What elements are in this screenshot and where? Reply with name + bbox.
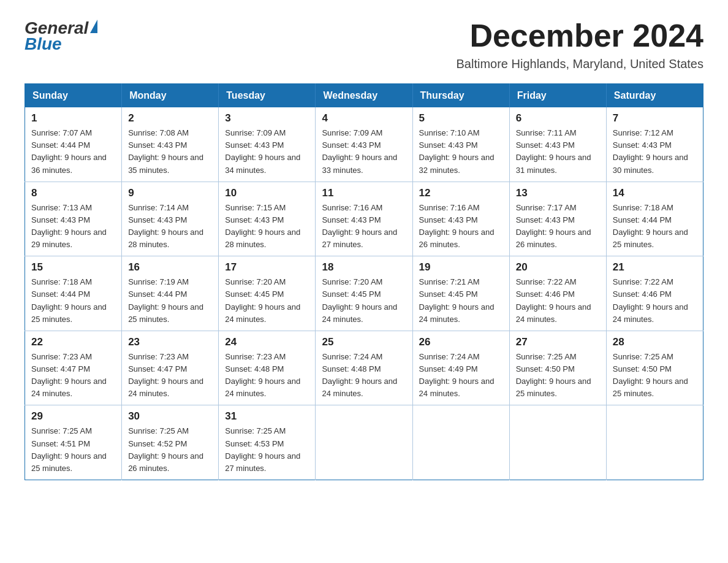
logo: General Blue xyxy=(25,18,97,54)
day-info: Sunrise: 7:25 AMSunset: 4:53 PMDaylight:… xyxy=(225,425,309,475)
day-number: 5 xyxy=(419,112,503,124)
col-tuesday: Tuesday xyxy=(219,84,316,108)
day-info: Sunrise: 7:14 AMSunset: 4:43 PMDaylight:… xyxy=(128,202,212,251)
day-number: 30 xyxy=(128,410,212,423)
day-number: 29 xyxy=(31,410,115,423)
col-monday: Monday xyxy=(122,84,219,108)
table-row: 10 Sunrise: 7:15 AMSunset: 4:43 PMDaylig… xyxy=(219,182,316,256)
day-number: 20 xyxy=(516,261,600,274)
calendar-header-row: Sunday Monday Tuesday Wednesday Thursday… xyxy=(25,84,703,108)
day-info: Sunrise: 7:25 AMSunset: 4:52 PMDaylight:… xyxy=(128,425,212,475)
day-info: Sunrise: 7:20 AMSunset: 4:45 PMDaylight:… xyxy=(225,276,309,326)
table-row: 25 Sunrise: 7:24 AMSunset: 4:48 PMDaylig… xyxy=(316,331,412,405)
day-info: Sunrise: 7:18 AMSunset: 4:44 PMDaylight:… xyxy=(31,276,115,326)
day-info: Sunrise: 7:23 AMSunset: 4:47 PMDaylight:… xyxy=(31,351,115,400)
calendar-week-row: 15 Sunrise: 7:18 AMSunset: 4:44 PMDaylig… xyxy=(25,256,703,331)
day-number: 9 xyxy=(128,187,212,199)
day-info: Sunrise: 7:22 AMSunset: 4:46 PMDaylight:… xyxy=(613,276,697,326)
day-number: 7 xyxy=(613,112,697,124)
table-row xyxy=(412,405,509,480)
day-number: 8 xyxy=(31,187,115,199)
day-number: 23 xyxy=(128,336,212,348)
day-number: 12 xyxy=(419,187,503,199)
day-info: Sunrise: 7:22 AMSunset: 4:46 PMDaylight:… xyxy=(516,276,600,326)
calendar-table: Sunday Monday Tuesday Wednesday Thursday… xyxy=(25,83,703,480)
day-number: 10 xyxy=(225,187,309,199)
table-row: 11 Sunrise: 7:16 AMSunset: 4:43 PMDaylig… xyxy=(316,182,412,256)
day-number: 1 xyxy=(31,112,115,124)
day-info: Sunrise: 7:09 AMSunset: 4:43 PMDaylight:… xyxy=(225,127,309,177)
day-info: Sunrise: 7:23 AMSunset: 4:47 PMDaylight:… xyxy=(128,351,212,400)
table-row: 31 Sunrise: 7:25 AMSunset: 4:53 PMDaylig… xyxy=(219,405,316,480)
day-number: 4 xyxy=(322,112,406,124)
table-row xyxy=(316,405,412,480)
calendar-week-row: 1 Sunrise: 7:07 AMSunset: 4:44 PMDayligh… xyxy=(25,107,703,182)
day-info: Sunrise: 7:07 AMSunset: 4:44 PMDaylight:… xyxy=(31,127,115,177)
day-number: 27 xyxy=(516,336,600,348)
location-title: Baltimore Highlands, Maryland, United St… xyxy=(456,57,703,71)
day-number: 24 xyxy=(225,336,309,348)
table-row: 2 Sunrise: 7:08 AMSunset: 4:43 PMDayligh… xyxy=(122,107,219,182)
day-number: 31 xyxy=(225,410,309,423)
day-number: 13 xyxy=(516,187,600,199)
table-row: 21 Sunrise: 7:22 AMSunset: 4:46 PMDaylig… xyxy=(606,256,703,331)
table-row: 9 Sunrise: 7:14 AMSunset: 4:43 PMDayligh… xyxy=(122,182,219,256)
table-row: 4 Sunrise: 7:09 AMSunset: 4:43 PMDayligh… xyxy=(316,107,412,182)
day-number: 2 xyxy=(128,112,212,124)
day-info: Sunrise: 7:12 AMSunset: 4:43 PMDaylight:… xyxy=(613,127,697,177)
day-info: Sunrise: 7:25 AMSunset: 4:50 PMDaylight:… xyxy=(516,351,600,400)
day-info: Sunrise: 7:19 AMSunset: 4:44 PMDaylight:… xyxy=(128,276,212,326)
day-info: Sunrise: 7:25 AMSunset: 4:51 PMDaylight:… xyxy=(31,425,115,475)
day-number: 3 xyxy=(225,112,309,124)
table-row: 3 Sunrise: 7:09 AMSunset: 4:43 PMDayligh… xyxy=(219,107,316,182)
day-number: 14 xyxy=(613,187,697,199)
day-number: 6 xyxy=(516,112,600,124)
day-info: Sunrise: 7:13 AMSunset: 4:43 PMDaylight:… xyxy=(31,202,115,251)
table-row xyxy=(509,405,606,480)
calendar-week-row: 29 Sunrise: 7:25 AMSunset: 4:51 PMDaylig… xyxy=(25,405,703,480)
table-row: 16 Sunrise: 7:19 AMSunset: 4:44 PMDaylig… xyxy=(122,256,219,331)
day-info: Sunrise: 7:11 AMSunset: 4:43 PMDaylight:… xyxy=(516,127,600,177)
col-saturday: Saturday xyxy=(606,84,703,108)
table-row: 1 Sunrise: 7:07 AMSunset: 4:44 PMDayligh… xyxy=(25,107,122,182)
day-info: Sunrise: 7:10 AMSunset: 4:43 PMDaylight:… xyxy=(419,127,503,177)
table-row: 27 Sunrise: 7:25 AMSunset: 4:50 PMDaylig… xyxy=(509,331,606,405)
table-row: 23 Sunrise: 7:23 AMSunset: 4:47 PMDaylig… xyxy=(122,331,219,405)
day-info: Sunrise: 7:25 AMSunset: 4:50 PMDaylight:… xyxy=(613,351,697,400)
table-row: 20 Sunrise: 7:22 AMSunset: 4:46 PMDaylig… xyxy=(509,256,606,331)
day-info: Sunrise: 7:16 AMSunset: 4:43 PMDaylight:… xyxy=(419,202,503,251)
logo-text-blue: Blue xyxy=(25,34,62,54)
day-number: 16 xyxy=(128,261,212,274)
day-number: 25 xyxy=(322,336,406,348)
table-row: 24 Sunrise: 7:23 AMSunset: 4:48 PMDaylig… xyxy=(219,331,316,405)
table-row: 14 Sunrise: 7:18 AMSunset: 4:44 PMDaylig… xyxy=(606,182,703,256)
day-number: 18 xyxy=(322,261,406,274)
col-sunday: Sunday xyxy=(25,84,122,108)
day-number: 28 xyxy=(613,336,697,348)
table-row: 19 Sunrise: 7:21 AMSunset: 4:45 PMDaylig… xyxy=(412,256,509,331)
table-row: 7 Sunrise: 7:12 AMSunset: 4:43 PMDayligh… xyxy=(606,107,703,182)
col-friday: Friday xyxy=(509,84,606,108)
table-row: 12 Sunrise: 7:16 AMSunset: 4:43 PMDaylig… xyxy=(412,182,509,256)
day-info: Sunrise: 7:24 AMSunset: 4:48 PMDaylight:… xyxy=(322,351,406,400)
day-number: 11 xyxy=(322,187,406,199)
table-row: 5 Sunrise: 7:10 AMSunset: 4:43 PMDayligh… xyxy=(412,107,509,182)
day-info: Sunrise: 7:24 AMSunset: 4:49 PMDaylight:… xyxy=(419,351,503,400)
logo-triangle-icon xyxy=(90,20,97,33)
table-row: 13 Sunrise: 7:17 AMSunset: 4:43 PMDaylig… xyxy=(509,182,606,256)
day-info: Sunrise: 7:08 AMSunset: 4:43 PMDaylight:… xyxy=(128,127,212,177)
day-info: Sunrise: 7:23 AMSunset: 4:48 PMDaylight:… xyxy=(225,351,309,400)
day-info: Sunrise: 7:20 AMSunset: 4:45 PMDaylight:… xyxy=(322,276,406,326)
day-number: 22 xyxy=(31,336,115,348)
day-number: 15 xyxy=(31,261,115,274)
calendar-week-row: 8 Sunrise: 7:13 AMSunset: 4:43 PMDayligh… xyxy=(25,182,703,256)
day-number: 21 xyxy=(613,261,697,274)
day-info: Sunrise: 7:17 AMSunset: 4:43 PMDaylight:… xyxy=(516,202,600,251)
day-info: Sunrise: 7:09 AMSunset: 4:43 PMDaylight:… xyxy=(322,127,406,177)
day-number: 26 xyxy=(419,336,503,348)
table-row: 6 Sunrise: 7:11 AMSunset: 4:43 PMDayligh… xyxy=(509,107,606,182)
table-row: 30 Sunrise: 7:25 AMSunset: 4:52 PMDaylig… xyxy=(122,405,219,480)
day-info: Sunrise: 7:18 AMSunset: 4:44 PMDaylight:… xyxy=(613,202,697,251)
day-number: 19 xyxy=(419,261,503,274)
day-info: Sunrise: 7:16 AMSunset: 4:43 PMDaylight:… xyxy=(322,202,406,251)
